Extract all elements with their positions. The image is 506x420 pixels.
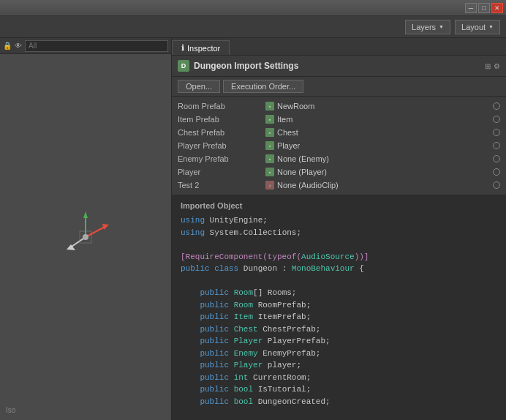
field-label: Player: [178, 168, 265, 176]
layout-dropdown[interactable]: Layout: [455, 20, 500, 34]
field-value: ▪NewRoom: [265, 102, 500, 110]
execution-order-button[interactable]: Execution Order...: [223, 80, 303, 93]
left-panel: 🔒 👁: [0, 38, 172, 420]
gizmo-svg: [56, 208, 115, 266]
field-type-icon: ▪: [265, 154, 274, 163]
dungeon-import-title: Dungeon Import Settings: [194, 61, 298, 71]
field-value-text: Player: [277, 141, 300, 150]
top-toolbar: Layers Layout: [0, 16, 506, 38]
eye-icon: 👁: [15, 42, 22, 50]
inspector-panel: ℹ Inspector D Dungeon Import Settings ⊞ …: [172, 38, 506, 420]
field-selector-circle[interactable]: [493, 168, 500, 176]
svg-marker-3: [102, 224, 109, 230]
field-type-icon: ▪: [265, 102, 274, 110]
layers-dropdown[interactable]: Layers: [405, 20, 450, 34]
minimize-button[interactable]: ─: [465, 3, 477, 13]
field-value: ▪Player: [265, 141, 500, 150]
main-layout: 🔒 👁: [0, 38, 506, 420]
action-buttons: Open... Execution Order...: [172, 77, 506, 97]
left-toolbar: 🔒 👁: [0, 38, 171, 54]
field-row: Room Prefab▪NewRoom: [172, 100, 506, 113]
field-value: ♪None (AudioClip): [265, 181, 500, 190]
field-selector-circle[interactable]: [493, 116, 500, 123]
field-label: Enemy Prefab: [178, 154, 265, 163]
field-label: Room Prefab: [178, 102, 265, 110]
field-selector-circle[interactable]: [493, 129, 500, 136]
inspector-tab-icon: ℹ: [181, 43, 184, 53]
field-row: Enemy Prefab▪None (Enemy): [172, 152, 506, 165]
svg-marker-1: [83, 211, 88, 218]
field-value: ▪None (Player): [265, 168, 500, 176]
lock-icon: 🔒: [3, 42, 12, 50]
field-row: Chest Prefab▪Chest: [172, 126, 506, 139]
field-row: Item Prefab▪Item: [172, 113, 506, 126]
field-label: Item Prefab: [178, 115, 265, 124]
field-label: Chest Prefab: [178, 128, 265, 137]
field-value-text: None (Player): [277, 168, 327, 176]
gizmo-widget: [56, 208, 115, 266]
field-value: ▪None (Enemy): [265, 154, 500, 163]
svg-point-6: [83, 234, 88, 240]
field-selector-circle[interactable]: [493, 155, 500, 162]
maximize-button[interactable]: □: [478, 3, 490, 13]
close-button[interactable]: ✕: [491, 3, 503, 13]
field-label: Test 2: [178, 181, 265, 190]
field-selector-circle[interactable]: [493, 181, 500, 189]
field-selector-circle[interactable]: [493, 142, 500, 149]
imported-object-title: Imported Object: [181, 201, 497, 210]
field-type-icon: ▪: [265, 128, 274, 137]
code-section[interactable]: Imported Object using UnityEngine; using…: [172, 195, 506, 420]
title-bar: ─ □ ✕: [0, 0, 506, 16]
field-label: Player Prefab: [178, 141, 265, 150]
nav-icon-2: ⚙: [494, 62, 500, 70]
field-row: Test 2♪None (AudioClip): [172, 179, 506, 192]
open-button[interactable]: Open...: [178, 80, 220, 93]
inspector-tab[interactable]: ℹ Inspector: [172, 40, 230, 55]
code-block: using UnityEngine; using System.Collecti…: [181, 214, 497, 420]
scene-view: Iso: [0, 54, 171, 420]
inspector-tab-label: Inspector: [187, 44, 220, 53]
field-selector-circle[interactable]: [493, 102, 500, 110]
field-row: Player Prefab▪Player: [172, 139, 506, 152]
import-header: D Dungeon Import Settings ⊞ ⚙: [172, 56, 506, 77]
field-type-icon: ▪: [265, 168, 274, 176]
field-value-text: Item: [277, 115, 292, 124]
field-type-icon: ♪: [265, 181, 274, 190]
field-value-text: Chest: [277, 128, 298, 137]
fields-container: Room Prefab▪NewRoomItem Prefab▪ItemChest…: [172, 97, 506, 195]
dungeon-icon: D: [178, 60, 189, 72]
search-input[interactable]: [25, 40, 168, 52]
import-title-group: D Dungeon Import Settings: [178, 60, 298, 72]
nav-icon-1: ⊞: [485, 62, 491, 70]
field-value: ▪Chest: [265, 128, 500, 137]
inspector-tabs: ℹ Inspector: [172, 38, 506, 56]
field-value-text: None (Enemy): [277, 154, 329, 163]
field-value-text: NewRoom: [277, 102, 314, 110]
field-value-text: None (AudioClip): [277, 181, 339, 190]
field-value: ▪Item: [265, 115, 500, 124]
field-type-icon: ▪: [265, 115, 274, 124]
field-row: Player▪None (Player): [172, 165, 506, 179]
import-nav-icons: ⊞ ⚙: [485, 62, 500, 70]
field-type-icon: ▪: [265, 141, 274, 150]
scene-iso-label: Iso: [6, 406, 15, 414]
